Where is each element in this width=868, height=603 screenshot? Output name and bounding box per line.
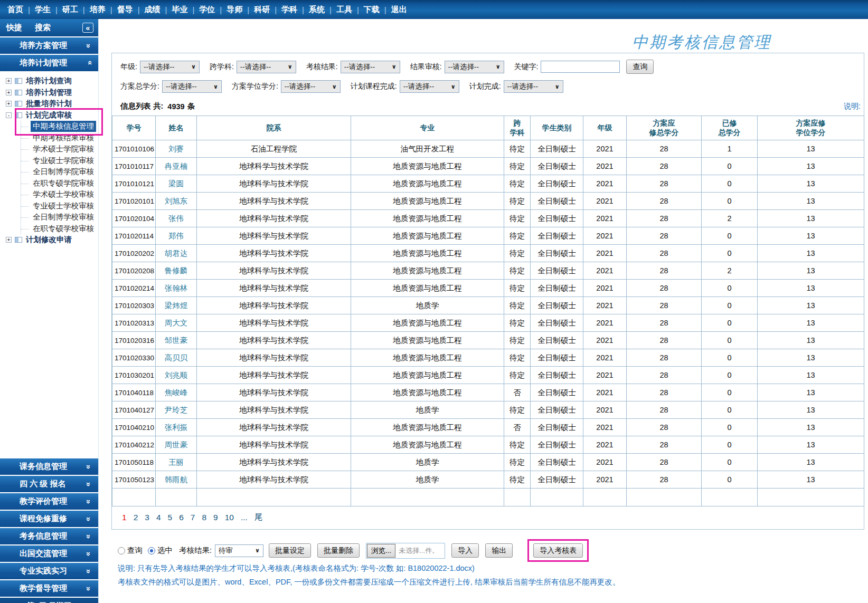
sidebar-accordion[interactable]: 四 六 级 报名» — [0, 476, 98, 492]
filter-select[interactable]: --请选择--∨ — [237, 61, 296, 73]
menu-item[interactable]: 系统 — [309, 5, 325, 15]
batch-set-button[interactable]: 批量设定 — [269, 543, 311, 558]
menu-item[interactable]: 下载 — [364, 5, 380, 15]
tree-node[interactable]: +批量培养计划 — [0, 98, 98, 110]
page-link[interactable]: 3 — [145, 513, 149, 522]
cell-student-name[interactable]: 尹玲芝 — [156, 401, 197, 419]
expand-toggle-icon[interactable]: + — [6, 90, 12, 95]
filter-select[interactable]: --请选择--∨ — [445, 61, 504, 73]
cell-student-name[interactable]: 王丽 — [156, 454, 197, 471]
sidebar-accordion[interactable]: 专业实践实习» — [0, 563, 98, 579]
menu-item[interactable]: 督导 — [117, 5, 133, 15]
menu-item[interactable]: 学位 — [199, 5, 215, 15]
cell-student-name[interactable]: 郑伟 — [156, 227, 197, 245]
menu-item[interactable]: 退出 — [391, 5, 407, 15]
tree-node[interactable]: +培养计划查询 — [0, 75, 98, 87]
filter-select[interactable]: --请选择--∨ — [341, 61, 400, 73]
menu-item[interactable]: 培养 — [90, 5, 106, 15]
sidebar-collapse-button[interactable]: « — [82, 23, 93, 33]
cell-student-name[interactable]: 刘赛 — [156, 140, 197, 158]
sidebar-accordion[interactable]: 教学评价管理» — [0, 493, 98, 510]
page-link[interactable]: 6 — [179, 513, 184, 522]
cell-student-name[interactable]: 梁圆 — [156, 175, 197, 193]
expand-toggle-icon[interactable]: + — [6, 101, 12, 107]
menu-item[interactable]: 学生 — [35, 5, 51, 15]
sidebar-accordion[interactable]: 考务信息管理» — [0, 528, 98, 544]
page-link[interactable]: 5 — [168, 513, 173, 522]
tree-leaf[interactable]: 学术硕士学院审核 — [21, 143, 98, 155]
menu-item[interactable]: 导师 — [227, 5, 242, 15]
tree-node[interactable]: +培养计划管理 — [0, 87, 98, 99]
cell-student-name[interactable]: 鲁修麟 — [156, 262, 197, 280]
sidebar-accordion[interactable]: 课程免修重修» — [0, 511, 98, 527]
filter-select[interactable]: --请选择--∨ — [504, 80, 563, 93]
expand-toggle-icon[interactable]: - — [6, 112, 12, 118]
cell-student-name[interactable]: 焦峻峰 — [156, 384, 197, 401]
filter-select[interactable]: --请选择--∨ — [162, 80, 222, 93]
cell-student-type: 全日制硕士 — [531, 384, 583, 401]
page-link[interactable]: 尾 — [254, 512, 263, 523]
cell-student-name[interactable]: 张利振 — [156, 419, 197, 436]
sidebar-accordion[interactable]: 出国交流管理» — [0, 545, 98, 562]
browse-button[interactable]: 浏览... — [367, 544, 395, 558]
import-button[interactable]: 导入 — [451, 543, 479, 558]
import-assessment-form-button[interactable]: 导入考核表 — [533, 543, 583, 558]
cell-student-name[interactable]: 高贝贝 — [156, 349, 197, 367]
tree-node[interactable]: +计划修改申请 — [0, 234, 98, 246]
cell-student-name[interactable]: 冉亚楠 — [156, 158, 197, 175]
filter-select[interactable]: --请选择--∨ — [400, 80, 459, 93]
page-link[interactable]: 8 — [202, 513, 206, 522]
tree-leaf[interactable]: 专业硕士学校审核 — [21, 200, 98, 212]
radio-query[interactable] — [118, 547, 125, 554]
tree-leaf[interactable]: 在职专硕学校审核 — [21, 223, 98, 235]
tree-leaf[interactable]: 全日制博学院审核 — [21, 166, 98, 178]
filter-select[interactable]: --请选择--∨ — [140, 61, 200, 73]
cell-student-name[interactable]: 刘兆顺 — [156, 367, 197, 384]
tree-node[interactable]: -计划完成审核 — [0, 110, 98, 121]
tab-quick[interactable]: 快捷 — [6, 23, 22, 33]
menu-item[interactable]: 成绩 — [145, 5, 161, 15]
tree-leaf[interactable]: 学术硕士学校审核 — [21, 189, 98, 200]
menu-item[interactable]: 学科 — [281, 5, 297, 15]
cell-student-name[interactable]: 邹世豪 — [156, 332, 197, 349]
tree-leaf[interactable]: 全日制博学校审核 — [21, 212, 98, 223]
page-link[interactable]: 10 — [225, 513, 234, 522]
cell-student-name[interactable]: 梁炜煜 — [156, 297, 197, 314]
cell-student-name[interactable]: 周大文 — [156, 314, 197, 332]
tree-leaf[interactable]: 在职专硕学院审核 — [21, 178, 98, 189]
batch-delete-button[interactable]: 批量删除 — [317, 543, 360, 558]
sidebar-accordion[interactable]: 课务信息管理» — [0, 458, 98, 475]
menu-item[interactable]: 研工 — [62, 5, 78, 15]
cell-student-name[interactable]: 韩雨航 — [156, 471, 197, 489]
export-button[interactable]: 输出 — [485, 543, 513, 558]
cell-student-name[interactable]: 周世豪 — [156, 436, 197, 454]
cell-student-name[interactable]: 胡君达 — [156, 245, 197, 262]
result-select[interactable]: 待审 ∨ — [215, 544, 263, 557]
tab-search[interactable]: 搜索 — [35, 23, 51, 33]
sidebar-accordion[interactable]: 培养方案管理» — [0, 37, 98, 54]
radio-selected[interactable] — [148, 547, 155, 554]
expand-toggle-icon[interactable]: + — [6, 237, 12, 243]
sidebar-accordion[interactable]: 教学督导管理» — [0, 580, 98, 597]
tree-leaf[interactable]: 中期考核结果审核 — [21, 132, 98, 144]
cell-student-name[interactable]: 张伟 — [156, 210, 197, 227]
file-input[interactable]: 浏览... 未选择...件。 — [366, 543, 445, 559]
page-link[interactable]: 7 — [191, 513, 195, 522]
filter-select[interactable]: --请选择--∨ — [281, 80, 341, 93]
tree-leaf[interactable]: 中期考核信息管理 — [21, 121, 98, 132]
cell-student-name[interactable]: 刘旭东 — [156, 193, 197, 210]
keyword-input[interactable] — [541, 61, 620, 73]
menu-item[interactable]: 毕业 — [172, 5, 187, 15]
menu-item[interactable]: 工具 — [336, 5, 352, 15]
cell-student-name[interactable]: 张翰林 — [156, 280, 197, 297]
help-link[interactable]: 说明: — [844, 102, 863, 111]
tree-leaf[interactable]: 专业硕士学院审核 — [21, 155, 98, 167]
sidebar-accordion[interactable]: 培养计划管理» — [0, 55, 98, 71]
expand-toggle-icon[interactable]: + — [6, 78, 12, 84]
menu-item[interactable]: 首页 — [7, 5, 23, 15]
page-link[interactable]: 4 — [156, 513, 161, 522]
search-button[interactable]: 查询 — [626, 60, 654, 74]
page-link[interactable]: 9 — [213, 513, 218, 522]
page-link[interactable]: 2 — [134, 513, 138, 522]
menu-item[interactable]: 科研 — [254, 5, 270, 15]
